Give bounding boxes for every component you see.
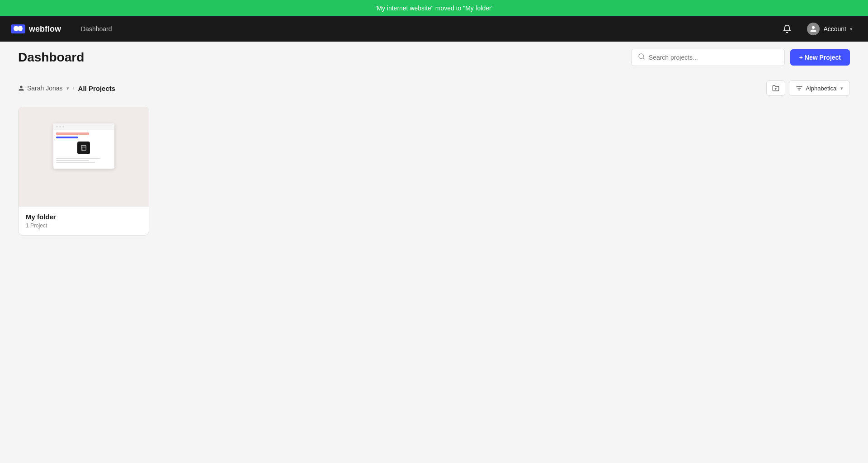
sort-label: Alphabetical — [806, 85, 838, 92]
sort-button[interactable]: Alphabetical ▾ — [789, 80, 850, 96]
notifications-bell[interactable] — [779, 21, 795, 37]
dashboard-header: Dashboard + New Project — [18, 49, 850, 66]
logo[interactable]: webflow — [11, 24, 61, 34]
account-chevron-icon: ▾ — [850, 26, 853, 32]
mini-body — [53, 130, 114, 165]
account-label: Account — [823, 25, 846, 33]
avatar — [807, 23, 820, 35]
account-menu[interactable]: Account ▾ — [802, 20, 857, 38]
project-card-info: My folder 1 Project — [19, 207, 149, 235]
mini-lines — [56, 158, 112, 163]
mini-pink-bar — [56, 132, 90, 135]
person-icon — [18, 85, 24, 91]
logo-icon — [11, 24, 25, 33]
search-box — [631, 49, 785, 66]
topnav: webflow Dashboard Account ▾ — [0, 16, 868, 42]
mini-line-3 — [56, 162, 95, 163]
logo-text: webflow — [29, 24, 61, 34]
breadcrumb-separator-icon: › — [73, 85, 75, 91]
mini-blue-bar — [56, 137, 78, 138]
breadcrumb-current: All Projects — [78, 85, 116, 92]
search-icon — [638, 53, 645, 62]
toast-message: "My internet website" moved to "My folde… — [374, 5, 493, 12]
mini-line-1 — [56, 158, 100, 159]
sort-chevron-icon: ▾ — [840, 85, 843, 91]
folder-preview — [53, 123, 114, 169]
mini-dot-2 — [59, 126, 61, 128]
projects-grid: My folder 1 Project — [18, 107, 850, 236]
breadcrumb-user[interactable]: Sarah Jonas ▾ — [18, 85, 69, 92]
page-title: Dashboard — [18, 50, 84, 65]
filter-controls: Alphabetical ▾ — [766, 80, 850, 96]
project-card-name: My folder — [26, 213, 142, 221]
project-card-meta: 1 Project — [26, 222, 142, 229]
svg-rect-7 — [81, 146, 86, 151]
project-card[interactable]: My folder 1 Project — [18, 107, 149, 236]
nav-dashboard[interactable]: Dashboard — [75, 23, 118, 35]
mini-line-2 — [56, 160, 90, 161]
breadcrumb-row: Sarah Jonas ▾ › All Projects Alphabetica… — [18, 80, 850, 96]
add-folder-button[interactable] — [766, 80, 785, 96]
new-project-label: + New Project — [799, 54, 841, 61]
breadcrumb: Sarah Jonas ▾ › All Projects — [18, 85, 115, 92]
mini-icon — [77, 142, 90, 154]
header-controls: + New Project — [631, 49, 850, 66]
breadcrumb-user-name: Sarah Jonas — [27, 85, 63, 92]
toast-notification: "My internet website" moved to "My folde… — [0, 0, 868, 16]
mini-dot-3 — [62, 126, 64, 128]
new-project-button[interactable]: + New Project — [790, 49, 850, 66]
project-thumbnail — [19, 107, 149, 207]
svg-line-1 — [643, 58, 644, 59]
search-input[interactable] — [649, 54, 778, 61]
breadcrumb-user-chevron-icon: ▾ — [66, 85, 69, 91]
mini-header — [53, 123, 114, 130]
mini-dot-1 — [56, 126, 58, 128]
